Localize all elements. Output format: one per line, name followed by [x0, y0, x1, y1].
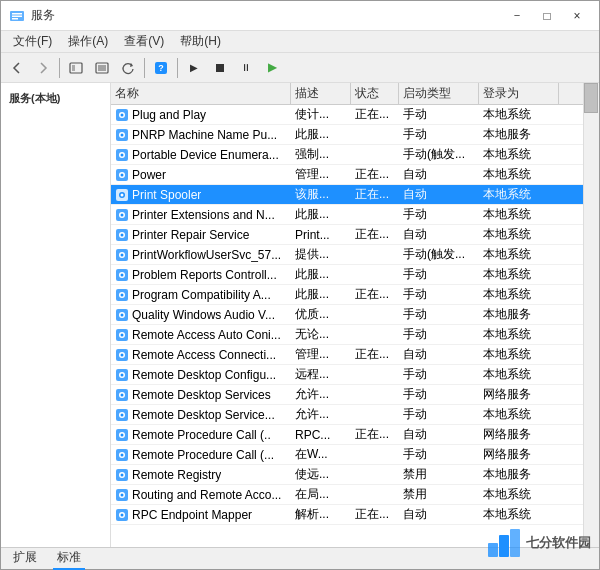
- table-row[interactable]: PNRP Machine Name Pu... 此服... 手动 本地服务: [111, 125, 583, 145]
- cell-status: [351, 265, 399, 284]
- close-button[interactable]: ×: [563, 6, 591, 26]
- back-button[interactable]: [5, 56, 29, 80]
- col-login[interactable]: 登录为: [479, 83, 559, 104]
- cell-desc: Print...: [291, 225, 351, 244]
- table-row[interactable]: Remote Desktop Configu... 远程... 手动 本地系统: [111, 365, 583, 385]
- service-icon: [115, 108, 129, 122]
- cell-status: [351, 305, 399, 324]
- cell-service-name: Remote Registry: [111, 465, 291, 484]
- cell-desc: RPC...: [291, 425, 351, 444]
- cell-login: 网络服务: [479, 385, 559, 404]
- svg-point-39: [121, 273, 124, 276]
- cell-desc: 此服...: [291, 285, 351, 304]
- table-row[interactable]: Remote Procedure Call (... 在W... 手动 网络服务: [111, 445, 583, 465]
- menu-file[interactable]: 文件(F): [5, 31, 60, 52]
- list-view-button[interactable]: [90, 56, 114, 80]
- svg-point-60: [121, 413, 124, 416]
- bottom-logo: 七分软件园: [486, 525, 591, 561]
- table-row[interactable]: Plug and Play 使计... 正在... 手动 本地系统: [111, 105, 583, 125]
- toolbar-separator-1: [59, 58, 60, 78]
- service-icon: [115, 308, 129, 322]
- table-row[interactable]: Remote Desktop Services 允许... 手动 网络服务: [111, 385, 583, 405]
- service-icon: [115, 448, 129, 462]
- table-row[interactable]: Remote Access Connecti... 管理... 正在... 自动…: [111, 345, 583, 365]
- table-row[interactable]: Printer Repair Service Print... 正在... 自动…: [111, 225, 583, 245]
- service-icon: [115, 188, 129, 202]
- col-startup[interactable]: 启动类型: [399, 83, 479, 104]
- svg-rect-3: [12, 18, 18, 20]
- play-button[interactable]: ▶: [182, 56, 206, 80]
- svg-rect-1: [12, 13, 22, 15]
- stop-button[interactable]: [208, 56, 232, 80]
- cell-desc: 管理...: [291, 165, 351, 184]
- cell-startup: 手动(触发...: [399, 245, 479, 264]
- maximize-button[interactable]: □: [533, 6, 561, 26]
- cell-service-name: Portable Device Enumera...: [111, 145, 291, 164]
- table-row[interactable]: Power 管理... 正在... 自动 本地系统: [111, 165, 583, 185]
- menu-help[interactable]: 帮助(H): [172, 31, 229, 52]
- cell-status: 正在...: [351, 185, 399, 204]
- tab-standard[interactable]: 标准: [53, 547, 85, 570]
- cell-service-name: Power: [111, 165, 291, 184]
- sidebar-title: 服务(本地): [9, 91, 102, 106]
- scrollbar[interactable]: [583, 83, 599, 547]
- table-row[interactable]: Remote Access Auto Coni... 无论... 手动 本地系统: [111, 325, 583, 345]
- cell-service-name: Remote Procedure Call (...: [111, 445, 291, 464]
- minimize-button[interactable]: －: [503, 6, 531, 26]
- cell-service-name: Remote Access Connecti...: [111, 345, 291, 364]
- menu-action[interactable]: 操作(A): [60, 31, 116, 52]
- cell-service-name: Remote Procedure Call (..: [111, 425, 291, 444]
- table-row[interactable]: Routing and Remote Acco... 在局... 禁用 本地系统: [111, 485, 583, 505]
- svg-point-51: [121, 353, 124, 356]
- cell-login: 本地系统: [479, 245, 559, 264]
- svg-point-48: [121, 333, 124, 336]
- toolbar: ? ▶ ⏸ ▶: [1, 53, 599, 83]
- table-body[interactable]: Plug and Play 使计... 正在... 手动 本地系统 PNRP M…: [111, 105, 583, 547]
- table-row[interactable]: Problem Reports Controll... 此服... 手动 本地系…: [111, 265, 583, 285]
- svg-point-42: [121, 293, 124, 296]
- col-name[interactable]: 名称: [111, 83, 291, 104]
- table-row[interactable]: Printer Extensions and N... 此服... 手动 本地系…: [111, 205, 583, 225]
- cell-desc: 允许...: [291, 385, 351, 404]
- forward-icon: [36, 61, 50, 75]
- cell-login: 本地系统: [479, 145, 559, 164]
- table-row[interactable]: Print Spooler 该服... 正在... 自动 本地系统: [111, 185, 583, 205]
- help-button[interactable]: ?: [149, 56, 173, 80]
- cell-service-name: Remote Desktop Configu...: [111, 365, 291, 384]
- cell-service-name: Remote Access Auto Coni...: [111, 325, 291, 344]
- col-status[interactable]: 状态: [351, 83, 399, 104]
- table-row[interactable]: Quality Windows Audio V... 优质... 手动 本地服务: [111, 305, 583, 325]
- table-row[interactable]: Portable Device Enumera... 强制... 手动(触发..…: [111, 145, 583, 165]
- table-row[interactable]: Remote Procedure Call (.. RPC... 正在... 自…: [111, 425, 583, 445]
- restart-button[interactable]: ▶: [260, 56, 284, 80]
- cell-desc: 此服...: [291, 205, 351, 224]
- table-row[interactable]: PrintWorkflowUserSvc_57... 提供... 手动(触发..…: [111, 245, 583, 265]
- service-icon: [115, 328, 129, 342]
- table-row[interactable]: RPC Endpoint Mapper 解析... 正在... 自动 本地系统: [111, 505, 583, 525]
- service-icon: [115, 128, 129, 142]
- title-bar: 服务 － □ ×: [1, 1, 599, 31]
- table-row[interactable]: Remote Registry 使远... 禁用 本地服务: [111, 465, 583, 485]
- cell-startup: 自动: [399, 185, 479, 204]
- pause-button[interactable]: ⏸: [234, 56, 258, 80]
- show-hide-button[interactable]: [64, 56, 88, 80]
- table-row[interactable]: Program Compatibility A... 此服... 正在... 手…: [111, 285, 583, 305]
- cell-service-name: Printer Repair Service: [111, 225, 291, 244]
- service-icon: [115, 408, 129, 422]
- tab-expand[interactable]: 扩展: [9, 547, 41, 570]
- refresh-button[interactable]: [116, 56, 140, 80]
- cell-desc: 此服...: [291, 265, 351, 284]
- cell-login: 本地服务: [479, 125, 559, 144]
- menu-view[interactable]: 查看(V): [116, 31, 172, 52]
- col-desc[interactable]: 描述: [291, 83, 351, 104]
- cell-login: 本地系统: [479, 225, 559, 244]
- svg-point-30: [121, 213, 124, 216]
- forward-button[interactable]: [31, 56, 55, 80]
- cell-status: 正在...: [351, 165, 399, 184]
- table-row[interactable]: Remote Desktop Service... 允许... 手动 本地系统: [111, 405, 583, 425]
- toolbar-separator-2: [144, 58, 145, 78]
- cell-service-name: Quality Windows Audio V...: [111, 305, 291, 324]
- cell-startup: 禁用: [399, 485, 479, 504]
- cell-status: [351, 485, 399, 504]
- svg-rect-5: [72, 65, 75, 71]
